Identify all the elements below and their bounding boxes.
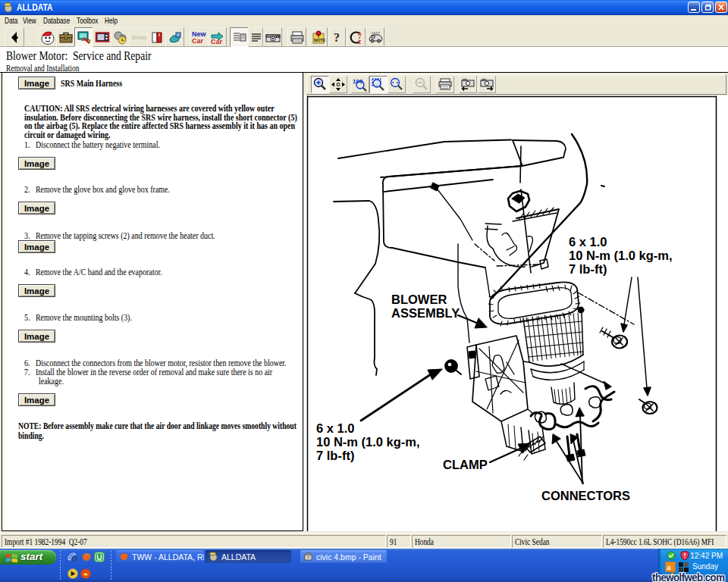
svg-text:NOTE: NOTE [314, 38, 326, 42]
svg-text:Car: Car [192, 37, 204, 45]
svg-text:10 N-m (1.0 kg-m,: 10 N-m (1.0 kg-m, [316, 435, 420, 449]
svg-text:CLAMP: CLAMP [443, 458, 488, 471]
svg-text:7 lb-ft): 7 lb-ft) [316, 449, 354, 462]
svg-text:A: A [358, 31, 362, 36]
svg-text:Car: Car [211, 38, 223, 45]
svg-text:Z: Z [358, 39, 361, 45]
svg-text:BLOWER: BLOWER [391, 293, 447, 306]
svg-text:Browse: Browse [132, 35, 147, 40]
svg-text:6 x 1.0: 6 x 1.0 [316, 421, 354, 435]
svg-text:FAST: FAST [372, 32, 381, 36]
svg-text:?: ? [334, 31, 340, 44]
svg-text:10 N-m (1.0 kg-m,: 10 N-m (1.0 kg-m, [569, 249, 673, 262]
svg-text:7 lb-ft): 7 lb-ft) [569, 262, 607, 276]
svg-text:6 x 1.0: 6 x 1.0 [569, 235, 607, 249]
svg-text:ASSEMBLY: ASSEMBLY [391, 306, 460, 320]
svg-text:CONNECTORS: CONNECTORS [541, 489, 630, 502]
